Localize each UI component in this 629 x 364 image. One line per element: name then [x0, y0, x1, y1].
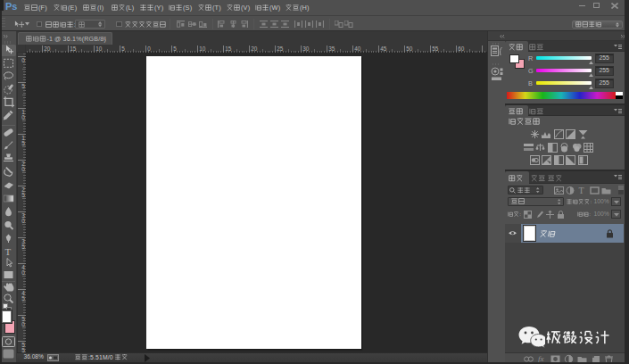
svg-text:@: @ [54, 35, 61, 42]
svg-text::: : [589, 211, 591, 217]
svg-text:): ) [101, 4, 103, 12]
svg-text:20: 20 [251, 46, 258, 52]
svg-text:): ) [45, 4, 46, 12]
svg-text:): ) [75, 4, 77, 12]
svg-text:G: G [89, 35, 95, 42]
svg-text:T: T [579, 186, 584, 195]
svg-text:20: 20 [44, 46, 51, 52]
svg-text:R: R [528, 54, 533, 62]
svg-text:W: W [272, 4, 278, 12]
svg-text:10: 10 [199, 46, 206, 52]
svg-text:1: 1 [49, 35, 53, 42]
svg-text:35: 35 [328, 46, 335, 52]
svg-text:55: 55 [432, 46, 439, 52]
svg-text:0: 0 [110, 354, 113, 360]
svg-text:5: 5 [21, 192, 25, 198]
svg-text:G: G [528, 67, 534, 75]
svg-text:0: 0 [21, 321, 25, 327]
svg-text:5: 5 [121, 46, 125, 52]
svg-text:5: 5 [21, 83, 25, 89]
svg-text:15: 15 [225, 46, 232, 52]
svg-text:): ) [219, 4, 220, 12]
svg-text:50: 50 [406, 46, 413, 52]
svg-text:5: 5 [21, 244, 25, 250]
svg-text:5: 5 [21, 140, 25, 146]
svg-text:0: 0 [21, 166, 25, 172]
svg-text:0: 0 [21, 114, 25, 120]
svg-text:): ) [190, 4, 192, 12]
svg-text:5: 5 [173, 46, 177, 52]
svg-text:60: 60 [458, 46, 465, 52]
svg-text:0: 0 [21, 57, 25, 63]
svg-text:5: 5 [21, 295, 25, 302]
svg-text:0: 0 [21, 269, 25, 276]
svg-text::: : [519, 211, 521, 217]
svg-text:B: B [528, 79, 533, 87]
svg-text:0: 0 [21, 218, 25, 224]
svg-text:): ) [161, 4, 163, 12]
svg-text:): ) [247, 4, 249, 12]
svg-text:): ) [278, 4, 280, 12]
svg-text:10: 10 [95, 46, 103, 52]
svg-text:45: 45 [380, 46, 387, 52]
svg-text:30: 30 [302, 46, 310, 52]
svg-text:fx: fx [538, 354, 544, 363]
svg-text:): ) [131, 4, 133, 12]
svg-text:15: 15 [70, 46, 77, 52]
svg-text:40: 40 [354, 46, 361, 52]
svg-text:T: T [5, 246, 12, 257]
svg-text:): ) [307, 4, 309, 12]
svg-text:25: 25 [277, 46, 284, 52]
svg-text:0: 0 [147, 46, 151, 52]
svg-text::: : [590, 198, 592, 204]
